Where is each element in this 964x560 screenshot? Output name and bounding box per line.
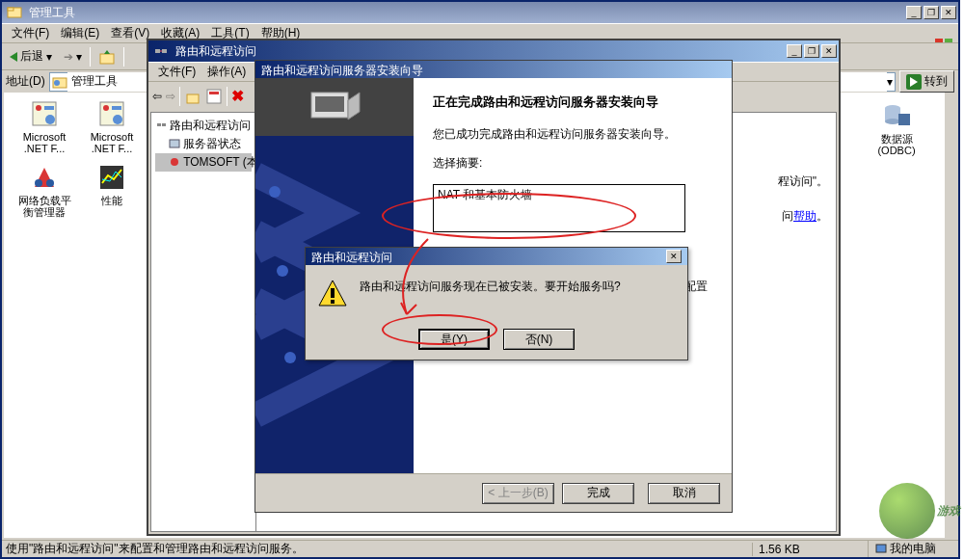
menu-file[interactable]: 文件(F) bbox=[6, 23, 55, 43]
svg-rect-24 bbox=[876, 545, 886, 552]
menu-file[interactable]: 文件(F) bbox=[152, 62, 201, 82]
svg-point-18 bbox=[46, 179, 54, 187]
svg-rect-32 bbox=[157, 123, 161, 126]
maximize-button[interactable]: ❐ bbox=[804, 44, 819, 58]
up-level-icon[interactable] bbox=[184, 88, 201, 105]
folder-icon bbox=[52, 74, 67, 90]
yes-button[interactable]: 是(Y) bbox=[418, 329, 490, 350]
up-button[interactable] bbox=[94, 46, 120, 67]
svg-rect-26 bbox=[155, 49, 160, 53]
go-arrow-icon bbox=[910, 77, 918, 87]
icon-netf2[interactable]: Microsoft .NET F... bbox=[79, 96, 145, 156]
msgbox-message: 路由和远程访问服务现在已被安装。要开始服务吗? bbox=[360, 279, 621, 309]
forward-button[interactable]: ➔▾ bbox=[60, 48, 86, 66]
svg-rect-1 bbox=[8, 8, 13, 11]
warning-icon bbox=[317, 279, 348, 309]
go-button[interactable]: 转到 bbox=[899, 70, 954, 93]
tree-status[interactable]: 服务器状态 bbox=[155, 135, 252, 153]
summary-item: NAT 和基本防火墙 bbox=[438, 188, 532, 201]
wizard-summary-list[interactable]: NAT 和基本防火墙 bbox=[433, 184, 685, 232]
wizard-line1: 您已成功完成路由和远程访问服务器安装向导。 bbox=[433, 126, 712, 142]
status-text: 使用"路由和远程访问"来配置和管理路由和远程访问服务。 bbox=[6, 541, 752, 557]
msgbox-titlebar: 路由和远程访问 ✕ bbox=[306, 248, 687, 265]
icon-label: Microsoft .NET F... bbox=[81, 131, 143, 154]
wizard-cancel-button[interactable]: 取消 bbox=[648, 483, 720, 504]
minimize-button[interactable]: _ bbox=[906, 6, 922, 19]
minimize-button[interactable]: _ bbox=[787, 44, 802, 58]
svg-rect-27 bbox=[162, 49, 167, 53]
msgbox-close-button[interactable]: ✕ bbox=[666, 250, 682, 263]
svg-rect-33 bbox=[162, 123, 166, 126]
svg-rect-11 bbox=[44, 106, 54, 110]
svg-rect-37 bbox=[315, 96, 344, 112]
icon-odbc[interactable]: 数据源 (ODBC) bbox=[864, 98, 929, 158]
net-config-icon bbox=[96, 98, 127, 129]
icon-nlb[interactable]: 网络负载平衡管理器 bbox=[12, 160, 77, 220]
back-button[interactable]: 后退 ▾ bbox=[6, 46, 56, 67]
nav-back-icon[interactable]: ⇦ bbox=[152, 90, 162, 103]
net-config-icon bbox=[29, 98, 60, 129]
svg-rect-42 bbox=[331, 300, 335, 304]
svg-rect-25 bbox=[878, 553, 884, 555]
wizard-finish-button[interactable]: 完成 bbox=[562, 483, 634, 504]
back-label: 后退 bbox=[20, 48, 43, 65]
svg-rect-34 bbox=[170, 140, 179, 147]
icon-label: 数据源 (ODBC) bbox=[866, 133, 927, 156]
svg-point-14 bbox=[103, 105, 109, 111]
tree-server[interactable]: TOMSOFT (本地 bbox=[155, 153, 252, 172]
svg-rect-23 bbox=[898, 114, 910, 125]
main-titlebar: 管理工具 _ ❐ ✕ bbox=[2, 2, 958, 23]
nlb-icon bbox=[29, 162, 60, 193]
close-button[interactable]: ✕ bbox=[821, 44, 837, 58]
folder-icon bbox=[7, 5, 22, 20]
svg-rect-6 bbox=[100, 54, 114, 64]
svg-rect-31 bbox=[209, 92, 219, 94]
icon-label: 性能 bbox=[101, 195, 122, 206]
svg-point-39 bbox=[277, 265, 288, 277]
svg-rect-29 bbox=[187, 94, 199, 103]
performance-icon bbox=[96, 162, 127, 193]
site-watermark: 游戏 bbox=[879, 483, 960, 539]
statusbar: 使用"路由和远程访问"来配置和管理路由和远程访问服务。 1.56 KB 我的电脑 bbox=[2, 540, 958, 557]
globe-icon bbox=[879, 483, 935, 539]
back-arrow-icon bbox=[10, 52, 17, 62]
odbc-icon bbox=[881, 100, 912, 131]
svg-rect-41 bbox=[331, 288, 335, 298]
address-dropdown[interactable]: ▾ bbox=[887, 75, 893, 89]
status-location: 我的电脑 bbox=[868, 541, 954, 557]
svg-rect-15 bbox=[112, 106, 121, 110]
nav-fwd-icon[interactable]: ⇨ bbox=[166, 90, 175, 103]
properties-icon[interactable] bbox=[205, 88, 223, 105]
rras-titlebar: 路由和远程访问 _ ❐ ✕ bbox=[148, 40, 839, 62]
maximize-button[interactable]: ❐ bbox=[924, 6, 939, 19]
help-link[interactable]: 帮助 bbox=[793, 209, 817, 223]
wizard-footer: < 上一步(B) 完成 取消 bbox=[255, 473, 732, 512]
close-button[interactable]: ✕ bbox=[941, 6, 956, 19]
icon-netf1[interactable]: Microsoft .NET F... bbox=[12, 96, 77, 156]
rras-tree[interactable]: 路由和远程访问 服务器状态 TOMSOFT (本地 bbox=[150, 112, 256, 532]
folder-up-icon bbox=[98, 48, 116, 66]
menu-action[interactable]: 操作(A) bbox=[201, 62, 252, 82]
wizard-heading: 正在完成路由和远程访问服务器安装向导 bbox=[433, 93, 712, 111]
svg-point-10 bbox=[36, 105, 41, 111]
go-label: 转到 bbox=[924, 73, 948, 90]
svg-point-17 bbox=[35, 179, 42, 187]
svg-point-22 bbox=[885, 119, 900, 124]
computer-icon bbox=[874, 543, 888, 556]
watermark-text: 游戏 bbox=[937, 503, 960, 520]
wizard-back-button[interactable]: < 上一步(B) bbox=[482, 483, 554, 504]
address-label: 地址(D) bbox=[6, 73, 45, 90]
svg-point-40 bbox=[284, 352, 296, 363]
msgbox-title-text: 路由和远程访问 bbox=[311, 250, 666, 263]
icon-perf[interactable]: 性能 bbox=[79, 160, 145, 220]
menu-edit[interactable]: 编辑(E) bbox=[55, 23, 105, 43]
svg-point-16 bbox=[113, 115, 122, 124]
svg-point-8 bbox=[54, 80, 60, 86]
svg-point-12 bbox=[45, 115, 55, 124]
wizard-titlebar: 路由和远程访问服务器安装向导 bbox=[255, 61, 732, 78]
no-button[interactable]: 否(N) bbox=[503, 329, 575, 350]
server-banner-icon bbox=[306, 85, 363, 129]
confirm-dialog: 路由和远程访问 ✕ 路由和远程访问服务现在已被安装。要开始服务吗? 是(Y) 否… bbox=[305, 247, 688, 360]
stop-icon[interactable]: ✖ bbox=[231, 87, 244, 105]
tree-root[interactable]: 路由和远程访问 bbox=[155, 117, 252, 135]
